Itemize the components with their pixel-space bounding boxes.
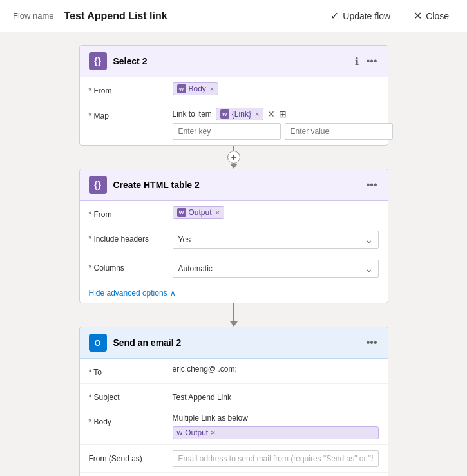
- select2-title: Select 2: [113, 56, 347, 66]
- html-table-from-tag-close[interactable]: ×: [216, 209, 220, 216]
- email-from-send-as-value: [173, 450, 379, 467]
- select2-map-tag-close[interactable]: ×: [255, 110, 259, 118]
- email-to-label: * To: [89, 364, 173, 378]
- select2-card-header: {} Select 2 ℹ •••: [80, 46, 388, 77]
- html-table-from-tag-icon: w: [177, 208, 186, 217]
- email-body-tag-icon: w: [177, 428, 183, 437]
- connector-2-arrow: [230, 321, 238, 327]
- select2-from-tag[interactable]: w Body ×: [173, 82, 219, 95]
- html-table-headers-row: * Include headers Yes ⌄: [80, 225, 388, 254]
- html-table-columns-row: * Columns Automatic ⌄: [80, 254, 388, 283]
- html-table-headers-value: Yes ⌄: [173, 231, 379, 249]
- select2-from-label: * From: [89, 82, 173, 97]
- select2-icon: {}: [89, 52, 107, 70]
- email-body-output-tag[interactable]: w Output ×: [173, 426, 379, 439]
- select2-body: * From w Body × * Map Link to item w: [80, 77, 388, 145]
- html-table-columns-select[interactable]: Automatic ⌄: [173, 260, 379, 278]
- html-table-from-value: w Output ×: [173, 206, 379, 219]
- connector-1-plus[interactable]: +: [227, 151, 240, 164]
- connector-1: +: [230, 146, 238, 169]
- flow-name-label: Flow name: [13, 11, 54, 21]
- email-body-value: Multiple Link as below w Output ×: [173, 414, 379, 439]
- html-table-title: Create HTML table 2: [113, 180, 359, 190]
- close-button[interactable]: ✕ Close: [408, 7, 454, 24]
- email-body-row: * Body Multiple Link as below w Output ×: [80, 408, 388, 445]
- html-table-header: {} Create HTML table 2 •••: [80, 169, 388, 201]
- update-flow-button[interactable]: ✓ Update flow: [325, 7, 396, 24]
- close-icon: ✕: [414, 10, 422, 22]
- top-bar-actions: ✓ Update flow ✕ Close: [325, 7, 454, 24]
- email-body-label: * Body: [89, 414, 173, 428]
- connector-2-line: [233, 303, 234, 312]
- html-table-from-row: * From w Output ×: [80, 201, 388, 226]
- flow-name-value: Test Append List link: [64, 10, 167, 22]
- email-from-send-as-row: From (Send as): [80, 445, 388, 473]
- connector-2-line2: [233, 312, 234, 321]
- connector-2: [230, 303, 238, 327]
- select2-card: {} Select 2 ℹ ••• * From w Body ×: [79, 45, 388, 146]
- email-subject-label: * Subject: [89, 389, 173, 403]
- select2-info-button[interactable]: ℹ: [354, 54, 360, 69]
- chevron-down-icon-2: ⌄: [365, 263, 373, 274]
- select2-map-tag-icon: w: [220, 109, 229, 119]
- select2-enter-value-input[interactable]: [285, 123, 393, 140]
- top-bar: Flow name Test Append List link ✓ Update…: [0, 0, 467, 32]
- select2-enter-key-input[interactable]: [173, 123, 281, 140]
- select2-map-inputs: [173, 123, 393, 140]
- email-card-title: Send an email 2: [113, 338, 359, 348]
- select2-from-tag-icon: w: [177, 84, 186, 93]
- html-table-hide-advanced[interactable]: Hide advanced options ∧: [80, 283, 388, 303]
- select2-actions: ℹ •••: [354, 54, 379, 69]
- connector-1-arrow: [230, 164, 238, 169]
- email-to-row: * To eric.cheng@ .com;: [80, 359, 388, 384]
- email-cc-row: CC: [80, 473, 388, 476]
- email-subject-value: Test Append Link: [173, 389, 379, 402]
- select2-more-button[interactable]: •••: [365, 54, 379, 68]
- select2-map-row: * Map Link to item w {Link} × ✕ ⊞: [80, 102, 388, 145]
- html-table-card: {} Create HTML table 2 ••• * From w Outp…: [79, 169, 388, 304]
- select2-map-delete-button[interactable]: ✕: [267, 109, 275, 119]
- chevron-up-icon: ∧: [170, 289, 176, 298]
- html-table-headers-select[interactable]: Yes ⌄: [173, 231, 379, 249]
- email-body-tag-close[interactable]: ×: [211, 428, 215, 437]
- html-table-columns-value: Automatic ⌄: [173, 260, 379, 278]
- select2-from-value: w Body ×: [173, 82, 379, 95]
- checkmark-icon: ✓: [330, 10, 339, 22]
- select2-from-row: * From w Body ×: [80, 77, 388, 102]
- html-table-body: * From w Output × * Include headers Yes …: [80, 201, 388, 303]
- html-table-columns-label: * Columns: [89, 260, 173, 274]
- html-table-icon: {}: [89, 176, 107, 194]
- select2-from-tag-close[interactable]: ×: [210, 85, 214, 93]
- html-table-from-tag[interactable]: w Output ×: [173, 206, 224, 219]
- email-from-send-as-label: From (Send as): [89, 450, 173, 464]
- select2-map-value: Link to item w {Link} × ✕ ⊞: [173, 108, 393, 140]
- select2-map-tag-row: Link to item w {Link} × ✕ ⊞: [173, 108, 393, 120]
- outlook-icon: O: [89, 334, 107, 352]
- canvas: {} Select 2 ℹ ••• * From w Body ×: [0, 32, 467, 476]
- email-to-value: eric.cheng@ .com;: [173, 364, 379, 374]
- chevron-down-icon: ⌄: [365, 234, 373, 245]
- select2-map-value-tag[interactable]: w {Link} ×: [216, 108, 263, 120]
- email-more-button[interactable]: •••: [365, 336, 379, 350]
- html-table-more-button[interactable]: •••: [365, 178, 379, 192]
- select2-map-key: Link to item: [173, 109, 212, 119]
- select2-map-label: * Map: [89, 108, 173, 122]
- html-table-headers-label: * Include headers: [89, 231, 173, 245]
- email-card-actions: •••: [365, 336, 379, 350]
- html-table-actions: •••: [365, 178, 379, 192]
- email-card: O Send an email 2 ••• * To eric.cheng@ .…: [79, 327, 388, 476]
- email-card-body: * To eric.cheng@ .com; * Subject Test Ap…: [80, 359, 388, 476]
- html-table-from-label: * From: [89, 206, 173, 220]
- email-subject-row: * Subject Test Append Link: [80, 384, 388, 409]
- email-from-send-as-input[interactable]: [173, 450, 379, 467]
- select2-map-add-button[interactable]: ⊞: [279, 109, 287, 119]
- email-card-header: O Send an email 2 •••: [80, 327, 388, 359]
